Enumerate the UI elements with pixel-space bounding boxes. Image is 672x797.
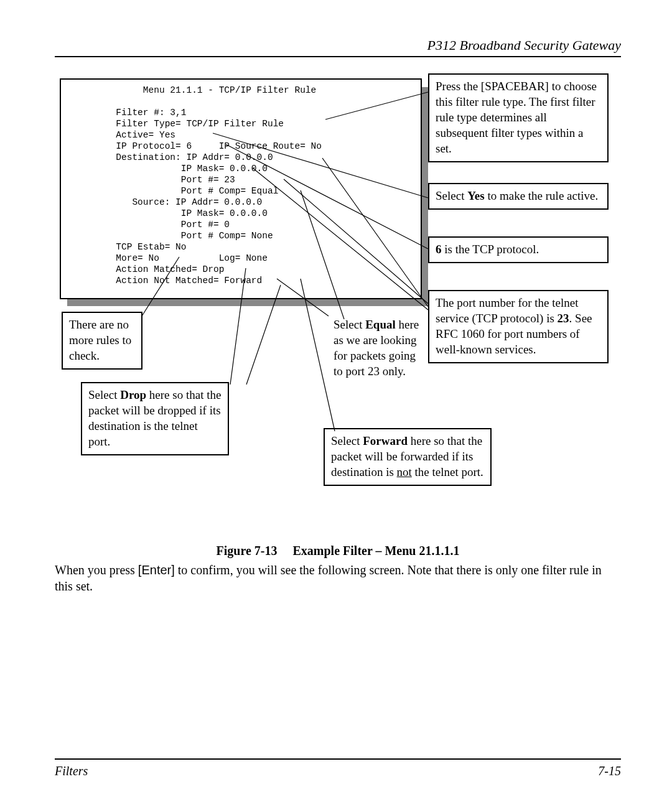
page-header: P312 Broadband Security Gateway [55, 37, 621, 62]
t: Yes [467, 189, 484, 202]
callout-equal: Select Equal here as we are looking for … [327, 313, 427, 384]
t: 23 [558, 312, 569, 325]
body-paragraph: When you press [Enter] to confirm, you w… [55, 562, 621, 594]
callout-spacebar: Press the [SPACEBAR] to choose this filt… [428, 73, 609, 162]
t: Forward [363, 434, 408, 447]
t: to make the rule active. [485, 189, 599, 202]
figure-area: Menu 21.1.1 - TCP/IP Filter Rule Filter … [55, 73, 615, 540]
t: Drop [120, 388, 146, 401]
header-title: P312 Broadband Security Gateway [427, 37, 621, 54]
page: P312 Broadband Security Gateway Menu 21.… [0, 0, 672, 797]
t: There are no more rules to check. [69, 318, 131, 362]
footer-rule [55, 758, 621, 760]
caption-fig: Figure 7-13 [217, 544, 278, 557]
t: When you press [55, 563, 138, 577]
t: the telnet port. [412, 465, 483, 478]
caption-title: Example Filter – Menu 21.1.1.1 [293, 544, 460, 557]
t: Equal [365, 318, 396, 331]
footer-right: 7-15 [598, 764, 621, 778]
figure-caption: Figure 7-13 Example Filter – Menu 21.1.1… [55, 544, 621, 558]
callout-drop: Select Drop here so that the packet will… [81, 382, 229, 455]
t: Select [334, 318, 365, 331]
footer-left: Filters [55, 764, 88, 778]
callout-active: Select Yes to make the rule active. [428, 183, 609, 210]
t: Select [436, 189, 467, 202]
t: is the TCP protocol. [442, 243, 539, 256]
t: Select [331, 434, 363, 447]
callout-protocol: 6 is the TCP protocol. [428, 236, 609, 263]
callout-port: The port number for the telnet service (… [428, 290, 609, 363]
t: not [397, 465, 412, 478]
t: 6 [436, 243, 442, 256]
callout-nomore: There are no more rules to check. [62, 312, 142, 370]
callout-forward: Select Forward here so that the packet w… [324, 428, 492, 486]
header-rule [55, 56, 621, 57]
t: Select [88, 388, 120, 401]
key-enter: [Enter] [138, 563, 175, 577]
callout-text: Press the [SPACEBAR] to choose this filt… [436, 80, 597, 155]
terminal-window: Menu 21.1.1 - TCP/IP Filter Rule Filter … [60, 78, 422, 299]
